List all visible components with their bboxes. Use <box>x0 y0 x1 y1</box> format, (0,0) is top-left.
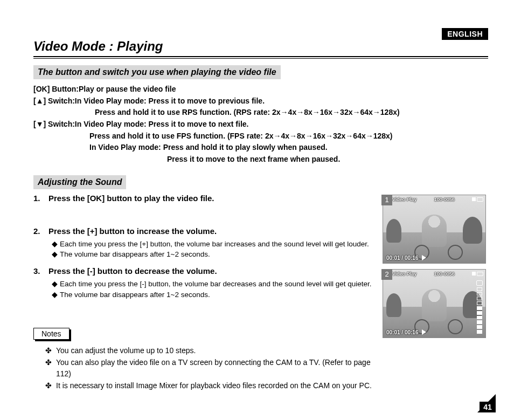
step-num: 3. <box>33 266 48 276</box>
subheading-controls: The button and switch you use when playi… <box>33 65 281 79</box>
up-text: In Video Play mode: Press it to move to … <box>75 95 265 107</box>
screen-preview: Video Play 100-0056 00:01 / 00:16 <box>383 269 486 338</box>
thumbnails: 1 Video Play 100-0056 00:01 / 00:16 2 <box>383 195 488 338</box>
file-count: 100-0056 <box>434 271 455 277</box>
thumbnail: 1 Video Play 100-0056 00:01 / 00:16 <box>383 195 488 264</box>
note-item: ✤You can adjust the volume up to 10 step… <box>45 345 372 357</box>
thumb-number: 1 <box>381 195 392 205</box>
step-head: Press the [+] button to increase the vol… <box>48 226 217 236</box>
bullet: ◆Each time you press the [-] button, the… <box>52 279 372 290</box>
page-number: 41 <box>480 402 496 412</box>
file-count: 100-0056 <box>434 197 455 202</box>
screen-preview: Video Play 100-0056 00:01 / 00:16 <box>383 195 486 264</box>
notes-heading: Notes <box>33 328 70 340</box>
mode-label: Video Play <box>392 197 416 202</box>
osd-bottom: 00:01 / 00:16 <box>386 329 426 335</box>
ok-label: [OK] Button: <box>33 84 79 95</box>
manual-page: ENGLISH Video Mode : Playing The button … <box>0 0 514 420</box>
steps: 1.Press the [OK] button to play the vide… <box>33 194 372 300</box>
language-badge: ENGLISH <box>442 28 488 40</box>
title-rule-thin <box>33 58 488 59</box>
notes-list: ✤You can adjust the volume up to 10 step… <box>45 345 372 392</box>
down-label: [▼] Switch: <box>33 119 75 130</box>
up-hold: Press and hold it to use RPS function. (… <box>95 107 488 119</box>
down-hold: Press and hold it to use FPS function. (… <box>89 130 488 142</box>
battery-icon <box>477 197 483 202</box>
up-label: [▲] Switch: <box>33 95 75 107</box>
speaker-icon <box>476 280 483 286</box>
step: 1.Press the [OK] button to play the vide… <box>33 194 372 203</box>
osd-top: Video Play 100-0056 <box>385 197 483 202</box>
battery-icon <box>477 272 483 276</box>
bullet: ◆Each time you press the [+] button, the… <box>52 239 372 250</box>
step-num: 2. <box>33 226 48 236</box>
time-counter: 00:01 / 00:16 <box>386 255 419 261</box>
bullet: ◆The volume bar disappears after 1~2 sec… <box>52 290 372 300</box>
page-title: Video Mode : Playing <box>33 39 488 54</box>
down-text: In Video Play mode: Press it to move to … <box>75 119 249 130</box>
play-icon <box>422 255 426 260</box>
thumb-number: 2 <box>381 269 392 280</box>
time-counter: 00:01 / 00:16 <box>386 329 419 335</box>
controls-block: [OK] Button: Play or pause the video fil… <box>33 84 488 166</box>
sound-section: 1.Press the [OK] button to play the vide… <box>33 194 488 392</box>
step: 3.Press the [-] button to decrease the v… <box>33 266 372 300</box>
stop-icon <box>472 272 476 276</box>
osd-bottom: 00:01 / 00:16 <box>386 255 426 261</box>
subheading-sound: Adjusting the Sound <box>33 175 126 189</box>
title-rule <box>33 56 488 57</box>
note-item: ✤You can also play the video file on a T… <box>45 357 372 380</box>
play-icon <box>422 329 426 335</box>
step: 2.Press the [+] button to increase the v… <box>33 226 372 260</box>
osd-top: Video Play 100-0056 <box>385 271 483 277</box>
down-frame: Press it to move to the next frame when … <box>167 154 488 166</box>
step-head: Press the [-] button to decrease the vol… <box>48 266 217 276</box>
step-head: Press the [OK] button to play the video … <box>48 194 214 203</box>
stop-icon <box>472 197 476 201</box>
volume-bar <box>476 280 483 334</box>
bullet: ◆The volume bar disappears after 1~2 sec… <box>52 249 372 260</box>
down-pause: In Video Play mode: Press and hold it to… <box>89 142 488 154</box>
ok-text: Play or pause the video file <box>79 84 176 95</box>
thumbnail: 2 Video Play 100-0056 00:01 / 00:16 <box>383 269 488 338</box>
step-num: 1. <box>33 194 48 203</box>
note-item: ✤It is necessary to install Image Mixer … <box>45 380 372 392</box>
mode-label: Video Play <box>392 271 416 277</box>
